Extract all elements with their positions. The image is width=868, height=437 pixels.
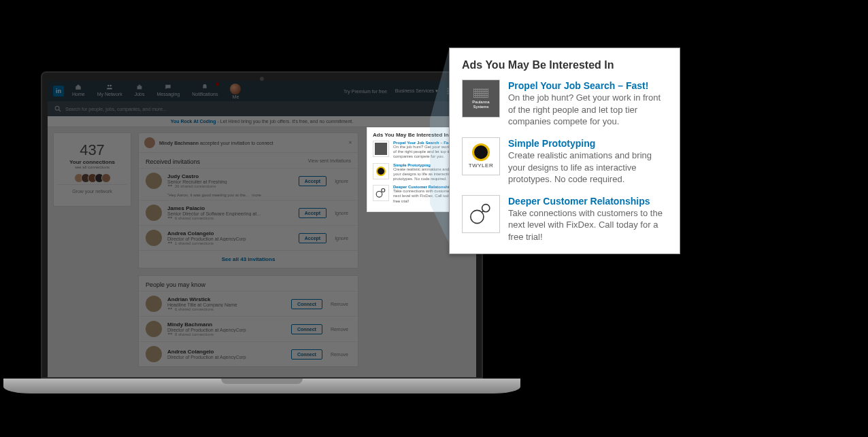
shared-connections: 26 shared connections: [167, 184, 293, 188]
svg-point-27: [382, 189, 385, 192]
svg-point-25: [170, 333, 172, 335]
notification-badge: [216, 82, 219, 86]
invitations-card: Mindy Bachmann accepted your invitation …: [138, 133, 358, 268]
section-title: Received invitations: [146, 158, 200, 165]
nav-home[interactable]: Home: [72, 84, 85, 99]
svg-line-31: [482, 211, 484, 212]
nav-jobs[interactable]: Jobs: [135, 84, 145, 99]
shared-connections: 8 shared connections: [167, 332, 286, 336]
nav-notifications[interactable]: Notifications: [192, 84, 218, 99]
remove-button[interactable]: Remove: [328, 350, 351, 359]
ad-item[interactable]: TWYLER Simple Prototyping Create realist…: [462, 137, 667, 186]
svg-line-15: [59, 109, 61, 111]
person-name[interactable]: Andrea Colangelo: [167, 230, 293, 237]
person-title: Director of Production at AgencyCorp: [167, 355, 286, 360]
svg-point-18: [168, 217, 170, 219]
see-all-connections[interactable]: see all connections: [58, 165, 127, 169]
shared-connections: 6 shared connections: [167, 216, 293, 220]
shared-connections: 1 shared connections: [167, 241, 293, 245]
invitation-row: James PalacioSenior Director of Software…: [139, 200, 358, 225]
ad-item[interactable]: Deeper Customer Relatonships Take connec…: [462, 195, 667, 243]
person-title: Senior Director of Software Engineering …: [167, 211, 293, 216]
svg-point-21: [170, 242, 172, 244]
ads-header: Ads You May Be Interested In: [462, 59, 667, 71]
nav-me[interactable]: Me: [230, 84, 241, 99]
person-title: Director of Production at AgencyCorp: [167, 237, 293, 241]
shared-connections: 6 shared connections: [167, 307, 286, 311]
ad-thumbnail: [373, 141, 389, 157]
svg-point-26: [376, 192, 382, 198]
linkedin-logo[interactable]: in: [53, 86, 64, 97]
accept-button[interactable]: Accept: [299, 233, 327, 243]
person-name[interactable]: Andrea Colangelo: [167, 349, 286, 355]
person-title: Director of Production at AgencyCorp: [167, 328, 286, 332]
ad-thumbnail: [373, 185, 389, 201]
connections-card: 437 Your connections see all connections…: [53, 133, 131, 207]
avatar-icon: [146, 321, 162, 337]
person-name[interactable]: James Palacio: [167, 205, 293, 211]
ad-item[interactable]: Paulanna Systems Propel Your Job Search …: [462, 80, 667, 128]
connect-button[interactable]: Connect: [291, 324, 322, 334]
view-sent-link[interactable]: View sent invitations: [308, 158, 351, 165]
promo-banner[interactable]: You Rock At Coding - Let Hired bring you…: [48, 116, 476, 127]
person-name[interactable]: Judy Castro: [167, 173, 293, 179]
connections-count: 437: [58, 141, 127, 159]
more-link[interactable]: more: [252, 193, 261, 197]
nav-messaging[interactable]: Messaging: [156, 84, 180, 99]
search-bar[interactable]: Search for people, jobs, companies, and …: [48, 101, 476, 116]
ad-description: On the job hunt? Get your work in front …: [508, 92, 667, 128]
svg-point-17: [170, 185, 172, 187]
ad-thumbnail: Paulanna Systems: [462, 80, 500, 118]
avatar-icon: [230, 84, 241, 94]
svg-point-19: [170, 217, 172, 219]
search-placeholder: Search for people, jobs, companies, and …: [65, 107, 167, 111]
close-icon[interactable]: ✕: [348, 140, 352, 145]
svg-point-23: [170, 308, 172, 310]
linkedin-page: in Home My Network Jobs Messaging Notifi…: [48, 81, 476, 377]
person-name[interactable]: Andrian Wirstick: [167, 296, 286, 302]
connection-avatars: [58, 173, 127, 183]
business-link[interactable]: Business Services ▾: [395, 88, 438, 94]
ad-thumbnail: [373, 163, 389, 179]
avatar-icon: [146, 173, 162, 189]
connect-button[interactable]: Connect: [291, 299, 322, 309]
ad-description: Take connections with customers to the n…: [508, 207, 667, 243]
accept-notification: Mindy Bachmann accepted your invitation …: [139, 133, 358, 153]
grow-network-link[interactable]: Grow your network: [58, 184, 127, 198]
people-you-may-know-card: People you may know Andrian WirstickHead…: [138, 275, 358, 367]
connect-button[interactable]: Connect: [291, 349, 322, 360]
accept-button[interactable]: Accept: [299, 208, 327, 218]
premium-link[interactable]: Try Premium for free: [344, 89, 387, 94]
svg-rect-2: [137, 86, 142, 89]
remove-button[interactable]: Remove: [328, 325, 351, 334]
svg-point-1: [110, 84, 112, 86]
person-name[interactable]: Mindy Bachmann: [167, 321, 286, 328]
ignore-button[interactable]: Ignore: [332, 234, 351, 243]
pymk-row: Andrian WirstickHeadline Title at Compan…: [139, 291, 358, 316]
invitation-row: Judy CastroSenior Recruiter at Freshing2…: [139, 168, 358, 193]
avatar-icon: [144, 137, 155, 148]
ad-title: Propel Your Job Search – Fast!: [508, 80, 667, 92]
ignore-button[interactable]: Ignore: [332, 177, 351, 186]
invitation-row: Andrea ColangeloDirector of Production a…: [139, 225, 358, 250]
invitation-message: "Hey Aaron, it was good meeting you at t…: [139, 193, 358, 200]
ad-thumbnail: [462, 195, 500, 233]
section-title: People you may know: [146, 281, 205, 288]
avatar-icon: [146, 346, 162, 362]
avatar-icon: [146, 230, 162, 246]
laptop-mockup: in Home My Network Jobs Messaging Notifi…: [41, 71, 483, 394]
svg-point-20: [168, 242, 170, 244]
pymk-row: Mindy BachmannDirector of Production at …: [139, 316, 358, 341]
ad-thumbnail: TWYLER: [462, 137, 500, 175]
ad-title: Deeper Customer Relatonships: [508, 195, 667, 207]
nav-network[interactable]: My Network: [97, 84, 122, 99]
avatar-icon: [146, 296, 162, 312]
laptop-base: [3, 379, 520, 394]
ignore-button[interactable]: Ignore: [332, 209, 351, 217]
remove-button[interactable]: Remove: [328, 300, 351, 309]
see-all-invitations[interactable]: See all 43 invitations: [139, 250, 358, 268]
person-title: Headline Title at Company Name: [167, 302, 286, 307]
svg-rect-3: [139, 84, 141, 86]
accept-button[interactable]: Accept: [299, 176, 327, 186]
svg-point-16: [168, 185, 170, 187]
